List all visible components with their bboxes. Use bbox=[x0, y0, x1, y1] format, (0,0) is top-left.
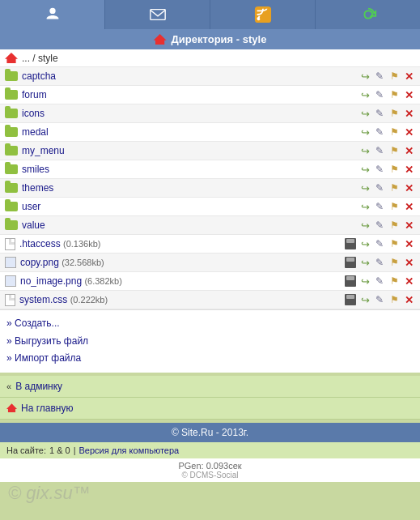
delete-button[interactable]: ✕ bbox=[402, 275, 415, 288]
rename-button[interactable]: ⚑ bbox=[388, 275, 401, 288]
admin-link[interactable]: В админку bbox=[15, 381, 62, 392]
download-button[interactable] bbox=[344, 293, 357, 306]
directory-header: Директория - style bbox=[0, 29, 420, 49]
edit-button[interactable]: ✎ bbox=[373, 275, 386, 288]
rename-button[interactable]: ⚑ bbox=[388, 293, 401, 306]
download-button[interactable] bbox=[344, 275, 357, 288]
download-button[interactable] bbox=[344, 237, 357, 250]
mail-nav[interactable] bbox=[105, 0, 210, 29]
share-button[interactable]: ↪ bbox=[358, 275, 371, 288]
delete-button[interactable]: ✕ bbox=[402, 126, 415, 139]
edit-button[interactable]: ✎ bbox=[373, 88, 386, 101]
share-button[interactable]: ↪ bbox=[358, 181, 371, 194]
edit-button[interactable]: ✎ bbox=[373, 70, 386, 83]
edit-button[interactable]: ✎ bbox=[373, 219, 386, 232]
rename-button[interactable]: ⚑ bbox=[388, 256, 401, 269]
rename-button[interactable]: ⚑ bbox=[388, 126, 401, 139]
folder-link[interactable]: themes bbox=[22, 182, 358, 194]
edit-icon: ✎ bbox=[375, 108, 384, 119]
folder-link[interactable]: forum bbox=[22, 89, 358, 100]
edit-icon: ✎ bbox=[375, 145, 384, 156]
row-actions: ↪ ✎ ⚑ ✕ bbox=[358, 163, 415, 176]
delete-button[interactable]: ✕ bbox=[402, 219, 415, 232]
share-button[interactable]: ↪ bbox=[358, 219, 371, 232]
folder-link[interactable]: value bbox=[22, 220, 358, 231]
file-link[interactable]: .htaccess (0.136kb) bbox=[19, 238, 344, 249]
parent-folder-link[interactable]: ... / style bbox=[22, 53, 415, 64]
footer-copyright: © Site.Ru - 2013г. bbox=[172, 427, 248, 438]
edit-button[interactable]: ✎ bbox=[373, 181, 386, 194]
delete-button[interactable]: ✕ bbox=[402, 200, 415, 213]
share-button[interactable]: ↪ bbox=[358, 144, 371, 157]
main-link[interactable]: На главную bbox=[21, 403, 73, 414]
share-button[interactable]: ↪ bbox=[358, 163, 371, 176]
folder-link[interactable]: my_menu bbox=[22, 145, 358, 156]
delete-button[interactable]: ✕ bbox=[402, 144, 415, 157]
file-link[interactable]: system.css (0.222kb) bbox=[19, 294, 344, 305]
delete-button[interactable]: ✕ bbox=[402, 181, 415, 194]
rename-icon: ⚑ bbox=[390, 238, 399, 249]
action-links-section: Создать... Выгрузить файл Импорт файла bbox=[0, 309, 420, 373]
share-button[interactable]: ↪ bbox=[358, 293, 371, 306]
rename-button[interactable]: ⚑ bbox=[388, 237, 401, 250]
edit-button[interactable]: ✎ bbox=[373, 293, 386, 306]
edit-button[interactable]: ✎ bbox=[373, 126, 386, 139]
edit-button[interactable]: ✎ bbox=[373, 237, 386, 250]
refresh-nav[interactable] bbox=[316, 0, 420, 29]
share-button[interactable]: ↪ bbox=[358, 70, 371, 83]
delete-button[interactable]: ✕ bbox=[402, 70, 415, 83]
table-row: smiles ↪ ✎ ⚑ ✕ bbox=[0, 160, 420, 179]
rename-button[interactable]: ⚑ bbox=[388, 163, 401, 176]
folder-link[interactable]: medal bbox=[22, 126, 358, 138]
table-row: themes ↪ ✎ ⚑ ✕ bbox=[0, 179, 420, 198]
share-button[interactable]: ↪ bbox=[358, 256, 371, 269]
share-button[interactable]: ↪ bbox=[358, 107, 371, 120]
delete-button[interactable]: ✕ bbox=[402, 256, 415, 269]
share-button[interactable]: ↪ bbox=[358, 200, 371, 213]
edit-button[interactable]: ✎ bbox=[373, 144, 386, 157]
row-actions: ↪ ✎ ⚑ ✕ bbox=[358, 126, 415, 139]
delete-icon: ✕ bbox=[405, 201, 414, 213]
edit-button[interactable]: ✎ bbox=[373, 163, 386, 176]
rss-nav[interactable] bbox=[210, 0, 316, 29]
rename-button[interactable]: ⚑ bbox=[388, 88, 401, 101]
share-button[interactable]: ↪ bbox=[358, 126, 371, 139]
folder-link[interactable]: user bbox=[22, 201, 358, 212]
rename-button[interactable]: ⚑ bbox=[388, 181, 401, 194]
edit-button[interactable]: ✎ bbox=[373, 200, 386, 213]
table-row: captcha ↪ ✎ ⚑ ✕ bbox=[0, 67, 420, 86]
import-link[interactable]: Импорт файла bbox=[6, 350, 414, 368]
delete-button[interactable]: ✕ bbox=[402, 163, 415, 176]
folder-icon bbox=[5, 164, 18, 174]
download-button[interactable] bbox=[344, 256, 357, 269]
edit-icon: ✎ bbox=[375, 294, 384, 305]
folder-link[interactable]: smiles bbox=[22, 164, 358, 175]
folder-link[interactable]: icons bbox=[22, 108, 358, 119]
file-link[interactable]: no_image.png (6.382kb) bbox=[20, 275, 344, 287]
rename-button[interactable]: ⚑ bbox=[388, 200, 401, 213]
create-link[interactable]: Создать... bbox=[6, 315, 414, 333]
main-link-item[interactable]: На главную bbox=[0, 398, 420, 420]
admin-link-item[interactable]: « В админку bbox=[0, 376, 420, 398]
rename-button[interactable]: ⚑ bbox=[388, 107, 401, 120]
delete-icon: ✕ bbox=[405, 70, 414, 83]
users-nav[interactable] bbox=[0, 0, 105, 29]
edit-button[interactable]: ✎ bbox=[373, 107, 386, 120]
folder-icon bbox=[5, 183, 18, 193]
desktop-version-link[interactable]: Версия для компьютера bbox=[79, 445, 180, 455]
edit-icon: ✎ bbox=[375, 275, 384, 287]
rename-icon: ⚑ bbox=[390, 89, 399, 100]
rename-button[interactable]: ⚑ bbox=[388, 144, 401, 157]
delete-button[interactable]: ✕ bbox=[402, 237, 415, 250]
delete-button[interactable]: ✕ bbox=[402, 107, 415, 120]
edit-button[interactable]: ✎ bbox=[373, 256, 386, 269]
folder-link[interactable]: captcha bbox=[22, 70, 358, 82]
rename-button[interactable]: ⚑ bbox=[388, 70, 401, 83]
share-button[interactable]: ↪ bbox=[358, 88, 371, 101]
share-button[interactable]: ↪ bbox=[358, 237, 371, 250]
delete-button[interactable]: ✕ bbox=[402, 88, 415, 101]
delete-button[interactable]: ✕ bbox=[402, 293, 415, 306]
rename-button[interactable]: ⚑ bbox=[388, 219, 401, 232]
file-link[interactable]: copy.png (32.568kb) bbox=[20, 257, 344, 268]
upload-link[interactable]: Выгрузить файл bbox=[6, 333, 414, 351]
